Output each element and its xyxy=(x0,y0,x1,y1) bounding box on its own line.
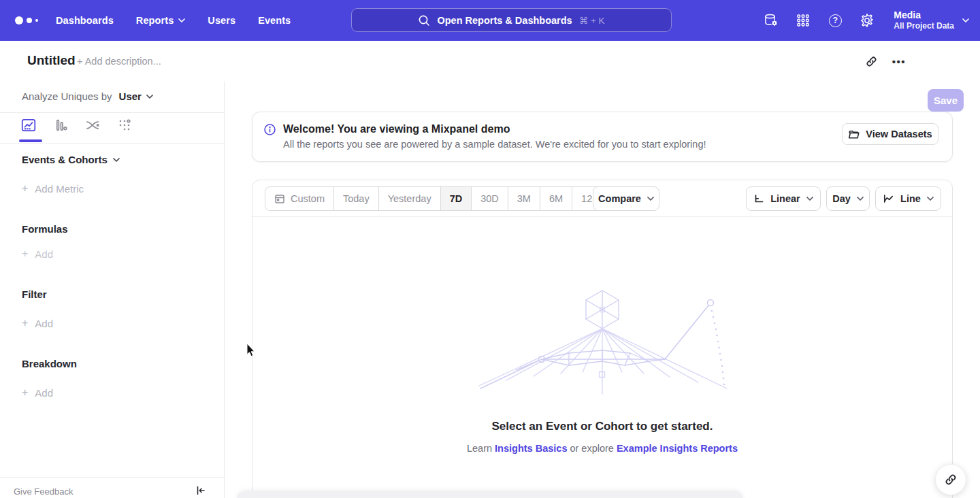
nav-item-reports[interactable]: Reports xyxy=(136,15,186,26)
info-icon xyxy=(264,124,276,135)
plus-icon: + xyxy=(22,317,28,329)
learn-prefix: Learn xyxy=(467,443,492,454)
chevron-down-icon xyxy=(806,197,813,201)
search-icon xyxy=(418,14,430,27)
add-metric-button[interactable]: + Add Metric xyxy=(22,182,84,195)
chart-style-dropdown[interactable]: Line xyxy=(875,186,941,211)
top-navigation-bar: Dashboards Reports Users Events Open Rep… xyxy=(0,0,980,41)
interval-dropdown[interactable]: Day xyxy=(826,186,870,211)
section-filter: Filter xyxy=(22,288,47,300)
insights-basics-link[interactable]: Insights Basics xyxy=(495,443,567,454)
nav-item-dashboards[interactable]: Dashboards xyxy=(56,15,114,26)
chevron-down-icon xyxy=(178,18,185,22)
nav-item-label: Events xyxy=(258,15,291,26)
date-range-7d[interactable]: 7D xyxy=(441,187,472,210)
empty-state-illustration xyxy=(474,285,732,395)
analyze-by-dropdown[interactable]: User xyxy=(119,90,153,102)
report-header: Untitled + Add description... ••• Save xyxy=(0,41,980,82)
empty-state-title: Select an Event or Cohort to get started… xyxy=(252,420,952,433)
link-icon xyxy=(866,56,877,67)
divider xyxy=(0,112,225,113)
apps-grid-icon[interactable] xyxy=(795,12,811,29)
plus-icon: + xyxy=(22,248,28,260)
mixpanel-insights-app: Dashboards Reports Users Events Open Rep… xyxy=(0,0,980,498)
date-range-3m[interactable]: 3M xyxy=(508,187,540,210)
data-management-icon[interactable] xyxy=(763,12,779,29)
project-name: Media xyxy=(894,10,954,21)
add-formula-button[interactable]: + Add xyxy=(22,248,53,260)
divider xyxy=(0,143,225,144)
example-insights-reports-link[interactable]: Example Insights Reports xyxy=(617,443,738,454)
nav-item-events[interactable]: Events xyxy=(258,15,291,26)
topnav-right-cluster: ? Media All Project Data xyxy=(763,0,969,41)
help-icon[interactable]: ? xyxy=(827,12,843,29)
sidebar-footer: Give Feedback xyxy=(0,477,224,498)
chevron-down-icon xyxy=(857,197,864,201)
report-title[interactable]: Untitled xyxy=(27,53,76,68)
plus-icon: + xyxy=(22,182,28,195)
add-filter-button[interactable]: + Add xyxy=(22,317,53,329)
search-placeholder: Open Reports & Dashboards xyxy=(437,15,572,26)
tab-line-chart[interactable] xyxy=(20,117,37,133)
project-data-view: All Project Data xyxy=(894,21,954,31)
analyze-uniques-row: Analyze Uniques by User xyxy=(22,90,153,102)
save-button[interactable]: Save xyxy=(928,89,964,112)
banner-subtitle: All the reports you see are powered by a… xyxy=(283,139,706,150)
copy-link-button[interactable] xyxy=(862,52,881,71)
tab-flow-chart[interactable] xyxy=(84,117,101,133)
chevron-down-icon xyxy=(647,197,654,201)
chevron-down-icon xyxy=(146,95,153,99)
chevron-down-icon xyxy=(962,18,969,22)
date-range-custom[interactable]: Custom xyxy=(265,187,334,210)
chevron-down-icon xyxy=(927,197,934,201)
search-shortcut: ⌘ + K xyxy=(579,15,605,26)
section-breakdown: Breakdown xyxy=(22,358,77,369)
date-range-30d[interactable]: 30D xyxy=(472,187,508,210)
view-datasets-button[interactable]: View Datasets xyxy=(842,123,938,145)
tab-scatter-chart[interactable] xyxy=(116,117,133,133)
calendar-icon xyxy=(274,193,285,204)
share-link-button[interactable] xyxy=(935,464,966,495)
nav-item-label: Reports xyxy=(136,15,174,26)
report-description-placeholder[interactable]: + Add description... xyxy=(77,56,161,67)
give-feedback-link[interactable]: Give Feedback xyxy=(14,486,73,497)
date-range-today[interactable]: Today xyxy=(334,187,379,210)
section-formulas: Formulas xyxy=(22,223,68,235)
compare-dropdown[interactable]: Compare xyxy=(593,186,659,211)
line-chart-icon xyxy=(883,193,894,204)
section-events-cohorts[interactable]: Events & Cohorts xyxy=(22,154,120,165)
more-options-button[interactable]: ••• xyxy=(889,52,909,71)
date-range-segmented-control: Custom Today Yesterday 7D 30D 3M 6M 12M xyxy=(265,186,610,211)
ellipsis-icon: ••• xyxy=(892,56,906,67)
empty-state-links: LearnInsights Basicsor exploreExample In… xyxy=(252,443,952,454)
chevron-down-icon xyxy=(113,158,120,162)
project-switcher[interactable]: Media All Project Data xyxy=(894,10,969,31)
nav-item-label: Users xyxy=(208,15,235,26)
explore-middle: or explore xyxy=(570,443,613,454)
banner-title: Welcome! You are viewing a Mixpanel demo xyxy=(283,123,510,135)
next-card-peek xyxy=(237,491,743,498)
primary-nav: Dashboards Reports Users Events xyxy=(56,15,291,26)
scale-dropdown[interactable]: Linear xyxy=(746,186,821,211)
search-input[interactable]: Open Reports & Dashboards ⌘ + K xyxy=(351,8,672,32)
add-breakdown-button[interactable]: + Add xyxy=(22,386,53,399)
analyze-label: Analyze Uniques by xyxy=(22,90,112,102)
chart-type-tabs xyxy=(20,117,133,133)
nav-item-label: Dashboards xyxy=(56,15,114,26)
collapse-sidebar-icon[interactable] xyxy=(195,485,206,496)
insights-report-card: Custom Today Yesterday 7D 30D 3M 6M 12M … xyxy=(252,180,953,498)
report-toolbar: Custom Today Yesterday 7D 30D 3M 6M 12M … xyxy=(252,180,952,217)
tab-bar-chart[interactable] xyxy=(52,117,69,133)
nav-item-users[interactable]: Users xyxy=(208,15,235,26)
settings-gear-icon[interactable] xyxy=(859,12,875,29)
date-range-6m[interactable]: 6M xyxy=(540,187,572,210)
link-icon xyxy=(945,474,957,486)
folder-icon xyxy=(848,129,860,140)
plus-icon: + xyxy=(22,386,28,399)
mixpanel-logo-icon[interactable] xyxy=(15,16,39,24)
query-builder-sidebar: Analyze Uniques by User xyxy=(0,82,225,498)
date-range-yesterday[interactable]: Yesterday xyxy=(379,187,441,210)
linear-axis-icon xyxy=(753,193,764,204)
selected-tab-indicator xyxy=(19,139,42,142)
